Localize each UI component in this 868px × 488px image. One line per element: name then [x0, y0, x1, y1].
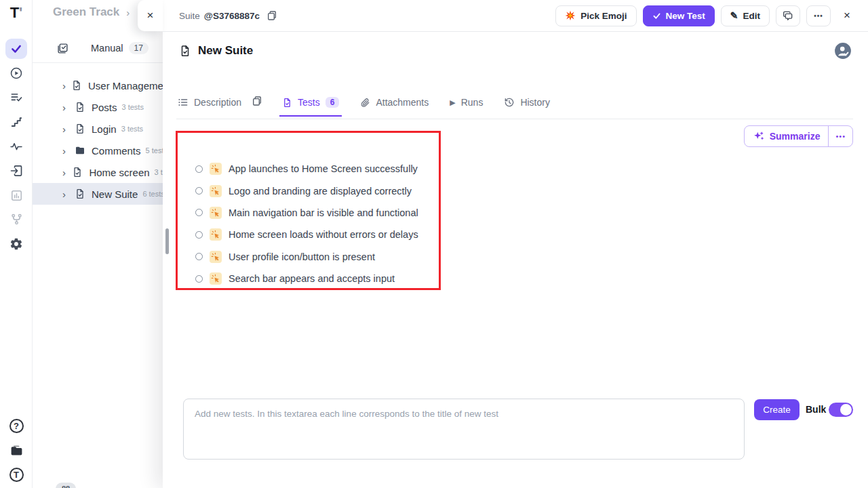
app-logo[interactable]: T' [0, 4, 33, 22]
rail-account-icon[interactable]: T [5, 464, 27, 485]
select-all-icon[interactable] [57, 43, 68, 54]
test-row[interactable]: Home screen loads without errors or dela… [178, 224, 439, 245]
sidebar-count-badge: 88 [56, 483, 76, 488]
drawer-topbar: Suite @S3768887c Pick Emoji New Test ✎ E… [163, 0, 868, 32]
tree-item-new-suite[interactable]: › New Suite 6 tests [33, 183, 176, 205]
tree-item-comments[interactable]: › Comments 5 tests [33, 140, 176, 161]
rail-steps-icon[interactable] [5, 112, 27, 132]
test-title[interactable]: App launches to Home Screen successfully [229, 163, 418, 174]
tab-label: Tests [298, 97, 320, 108]
copy-suite-id-button[interactable] [267, 10, 277, 21]
rail-import-icon[interactable] [5, 161, 27, 181]
tree-item-login[interactable]: › Login 3 tests [33, 118, 176, 140]
logo-tick: ' [19, 4, 22, 21]
test-status-circle[interactable] [195, 187, 203, 195]
test-status-circle[interactable] [195, 165, 203, 173]
rail-projects-icon[interactable] [5, 440, 27, 460]
project-title[interactable]: Green Track [53, 5, 119, 19]
cursor-click-emoji [210, 251, 222, 263]
rail-settings-icon[interactable] [5, 234, 27, 254]
tab-tests[interactable]: Tests 6 [281, 94, 340, 116]
tree-item-label: Comments [92, 145, 141, 157]
test-status-circle[interactable] [195, 253, 203, 260]
test-title[interactable]: Search bar appears and accepts input [229, 273, 395, 284]
rail-runs-icon[interactable] [5, 63, 27, 83]
file-check-icon [179, 45, 191, 57]
tree-item-posts[interactable]: › Posts 3 tests [33, 96, 176, 118]
new-test-button[interactable]: New Test [643, 5, 715, 26]
icon-rail: T' ? [0, 0, 33, 488]
tree-item-home-screen[interactable]: › Home screen 3 tests [33, 161, 176, 183]
question-icon: ? [9, 419, 24, 433]
suite-title-row: New Suite [179, 41, 852, 61]
rail-branches-icon[interactable] [5, 209, 27, 229]
pick-emoji-button[interactable]: Pick Emoji [555, 5, 636, 26]
copy-icon [252, 96, 262, 106]
file-check-icon [75, 102, 85, 113]
stairs-icon [10, 116, 23, 129]
rail-analytics-icon[interactable] [5, 185, 27, 205]
tab-runs[interactable]: ▶ Runs [448, 94, 484, 116]
test-title[interactable]: Home screen loads without errors or dela… [229, 229, 418, 240]
tab-manual-label: Manual [91, 43, 123, 54]
tab-manual[interactable]: Manual 17 [91, 42, 149, 54]
drawer-close-button[interactable]: × [844, 9, 850, 22]
test-row[interactable]: App launches to Home Screen successfully [178, 158, 439, 180]
history-icon [504, 97, 515, 108]
add-tests-textarea[interactable] [183, 399, 745, 460]
chevron-right-icon[interactable]: › [62, 102, 69, 113]
copy-description-button[interactable] [252, 96, 262, 106]
tests-count-badge: 6 [326, 97, 340, 108]
rail-help-icon[interactable]: ? [5, 415, 27, 436]
test-row[interactable]: Logo and branding are displayed correctl… [178, 180, 439, 201]
test-title[interactable]: User profile icon/button is present [229, 251, 375, 262]
test-status-circle[interactable] [195, 209, 203, 216]
drawer-actions: Pick Emoji New Test ✎ Edit ••• × [555, 5, 850, 26]
test-status-circle[interactable] [195, 275, 203, 283]
drawer-collapse-button[interactable]: × [138, 0, 163, 31]
chat-icon [783, 10, 794, 22]
sparkles-icon [753, 131, 764, 142]
tree-item-user-management[interactable]: › User Management [33, 75, 176, 96]
test-row[interactable]: Main navigation bar is visible and funct… [178, 202, 439, 224]
edit-button[interactable]: ✎ Edit [721, 5, 770, 26]
file-check-icon [72, 167, 83, 178]
drawer-resize-handle[interactable] [165, 228, 169, 254]
assignee-avatar[interactable] [834, 42, 852, 60]
create-button[interactable]: Create [754, 399, 800, 420]
gear-icon [9, 237, 23, 251]
file-check-icon [282, 98, 292, 108]
more-actions-button[interactable]: ••• [806, 5, 831, 26]
suite-label: Suite [179, 11, 200, 21]
bulk-toggle[interactable] [829, 403, 853, 417]
summarize-more-button[interactable]: ••• [829, 126, 852, 146]
test-row[interactable]: Search bar appears and accepts input [178, 268, 439, 289]
rail-plans-icon[interactable] [5, 87, 27, 108]
project-breadcrumb[interactable]: Green Track › [53, 5, 130, 19]
suite-tree: › User Management › Posts 3 tests › Logi… [33, 75, 176, 205]
tree-item-label: New Suite [92, 188, 138, 200]
tree-item-meta: 3 tests [121, 125, 143, 133]
tab-attachments[interactable]: Attachments [359, 94, 430, 116]
test-status-circle[interactable] [195, 231, 203, 239]
chevron-right-icon[interactable]: › [62, 123, 69, 135]
sidebar-divider [33, 62, 176, 63]
rail-tests-icon[interactable] [5, 39, 27, 59]
test-title[interactable]: Logo and branding are displayed correctl… [229, 186, 412, 197]
chevron-right-icon[interactable]: › [62, 188, 69, 200]
test-title[interactable]: Main navigation bar is visible and funct… [229, 207, 418, 218]
chevron-right-icon[interactable]: › [62, 145, 69, 157]
tab-description[interactable]: Description [176, 94, 243, 116]
comments-button[interactable] [776, 5, 800, 26]
chevron-right-icon[interactable]: › [62, 80, 66, 92]
copy-icon [267, 10, 277, 21]
cursor-click-emoji [210, 163, 222, 175]
test-row[interactable]: User profile icon/button is present [178, 246, 439, 268]
test-list: App launches to Home Screen successfully… [178, 158, 439, 289]
summarize-split-button: Summarize ••• [744, 125, 853, 147]
tab-history[interactable]: History [502, 94, 551, 116]
summarize-button[interactable]: Summarize [745, 126, 829, 146]
rail-pulse-icon[interactable] [5, 136, 27, 157]
chevron-right-icon[interactable]: › [62, 167, 66, 178]
bulk-label: Bulk [806, 404, 826, 415]
